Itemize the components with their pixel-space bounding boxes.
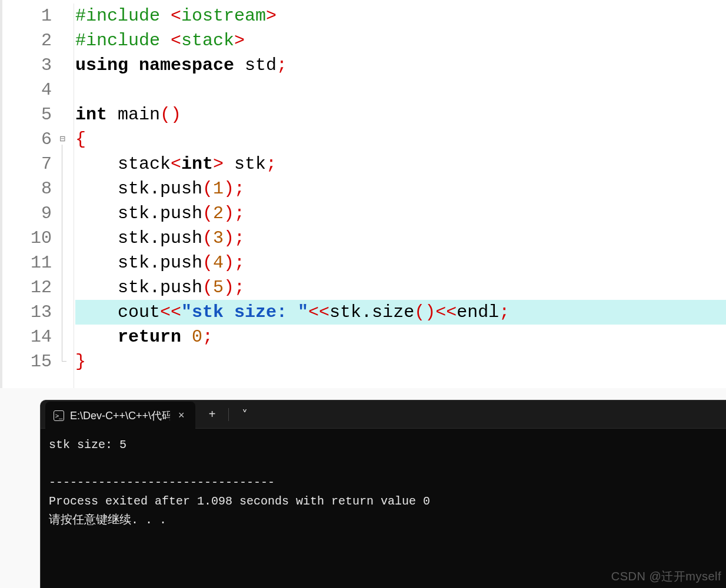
code-line[interactable]: using namespace std; bbox=[75, 53, 726, 78]
terminal-tab-title: E:\Dev-C++\C++\代码 bbox=[70, 409, 170, 423]
fold-toggle-icon[interactable]: ⊟ bbox=[58, 135, 67, 145]
tab-dropdown-button[interactable]: ˅ bbox=[234, 405, 256, 425]
line-number: 9 bbox=[2, 201, 55, 226]
terminal-icon: >_ bbox=[54, 410, 64, 421]
line-number: 5 bbox=[2, 102, 55, 127]
code-line[interactable]: int main() bbox=[75, 102, 726, 127]
fold-column[interactable]: ⊟ bbox=[61, 4, 74, 388]
code-line[interactable]: stk.push(1); bbox=[75, 176, 726, 201]
fold-end-marker bbox=[62, 361, 66, 362]
line-number: 6 bbox=[2, 127, 55, 152]
code-line[interactable]: stk.push(5); bbox=[75, 275, 726, 300]
line-number: 7 bbox=[2, 152, 55, 176]
code-line[interactable]: return 0; bbox=[75, 325, 726, 349]
terminal-output[interactable]: stk size: 5 ----------------------------… bbox=[41, 429, 726, 537]
code-line[interactable]: #include <stack> bbox=[75, 28, 726, 53]
new-tab-button[interactable]: + bbox=[201, 405, 224, 425]
code-line[interactable]: stk.push(2); bbox=[75, 201, 726, 226]
line-number: 1 bbox=[2, 4, 55, 28]
line-number: 4 bbox=[2, 78, 55, 102]
line-number-gutter: 123456789101112131415 bbox=[2, 4, 61, 388]
code-line[interactable]: stack<int> stk; bbox=[75, 152, 726, 176]
line-number: 12 bbox=[2, 275, 55, 300]
line-number: 15 bbox=[2, 349, 55, 374]
separator bbox=[228, 408, 229, 421]
line-number: 2 bbox=[2, 28, 55, 53]
titlebar-actions: + ˅ bbox=[201, 405, 256, 425]
code-line[interactable]: #include <iostream> bbox=[75, 4, 726, 28]
code-area[interactable]: #include <iostream>#include <stack>using… bbox=[74, 4, 726, 388]
code-line[interactable]: { bbox=[75, 127, 726, 152]
terminal-window: >_ E:\Dev-C++\C++\代码 × + ˅ stk size: 5 -… bbox=[40, 400, 726, 588]
code-line[interactable] bbox=[75, 78, 726, 102]
watermark: CSDN @迁开myself bbox=[611, 569, 721, 584]
line-number: 13 bbox=[2, 300, 55, 325]
terminal-titlebar: >_ E:\Dev-C++\C++\代码 × + ˅ bbox=[41, 400, 726, 429]
code-line[interactable]: } bbox=[75, 349, 726, 374]
code-line[interactable]: stk.push(4); bbox=[75, 250, 726, 275]
line-number: 8 bbox=[2, 176, 55, 201]
line-number: 3 bbox=[2, 53, 55, 78]
code-line[interactable]: cout<<"stk size: "<<stk.size()<<endl; bbox=[75, 300, 726, 325]
close-tab-button[interactable]: × bbox=[176, 409, 187, 422]
line-number: 11 bbox=[2, 250, 55, 275]
code-line[interactable]: stk.push(3); bbox=[75, 226, 726, 250]
line-number: 14 bbox=[2, 325, 55, 349]
terminal-tab[interactable]: >_ E:\Dev-C++\C++\代码 × bbox=[45, 402, 195, 430]
code-editor[interactable]: 123456789101112131415 ⊟ #include <iostre… bbox=[0, 0, 726, 388]
fold-guide-line bbox=[62, 145, 62, 361]
line-number: 10 bbox=[2, 226, 55, 250]
